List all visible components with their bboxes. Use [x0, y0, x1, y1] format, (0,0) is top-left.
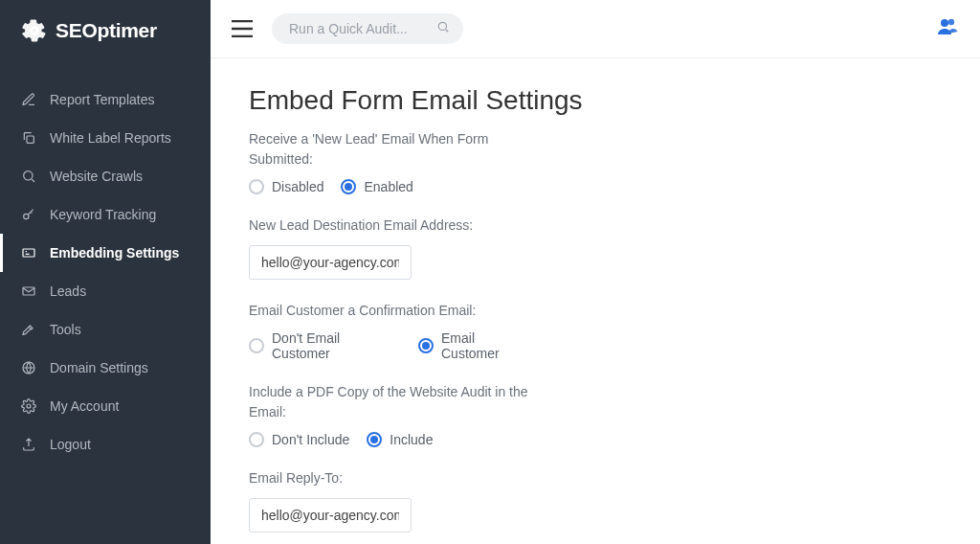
destination-email-input[interactable] — [249, 245, 412, 280]
globe-icon — [21, 360, 36, 375]
svg-point-2 — [24, 214, 29, 218]
sidebar-item-white-label[interactable]: White Label Reports — [0, 119, 211, 157]
radio-pdf-yes[interactable]: Include — [367, 432, 433, 447]
users-icon[interactable] — [936, 15, 959, 42]
field-label: New Lead Destination Email Address: — [249, 215, 536, 236]
sidebar-item-logout[interactable]: Logout — [0, 425, 211, 464]
search-wrap — [272, 13, 463, 44]
embed-icon — [21, 245, 36, 261]
edit-icon — [21, 92, 36, 107]
field-label: Email Customer a Confirmation Email: — [249, 301, 536, 321]
radio-confirm-no[interactable]: Don't Email Customer — [249, 330, 401, 361]
sidebar-item-label: Domain Settings — [50, 360, 148, 375]
settings-icon — [21, 398, 36, 414]
sidebar-item-label: Tools — [50, 322, 81, 337]
hammer-icon — [21, 322, 36, 337]
brand-logo[interactable]: SEOptimer — [0, 0, 211, 54]
copy-icon — [21, 130, 36, 146]
page-title: Embed Form Email Settings — [249, 85, 942, 116]
sidebar-item-tools[interactable]: Tools — [0, 310, 211, 349]
radio-icon — [341, 179, 356, 194]
sidebar-item-label: Keyword Tracking — [50, 207, 156, 222]
radio-new-lead-enabled[interactable]: Enabled — [341, 179, 412, 194]
svg-point-8 — [941, 19, 948, 27]
sidebar-item-website-crawls[interactable]: Website Crawls — [0, 157, 211, 195]
topbar — [211, 0, 980, 58]
gear-icon — [21, 17, 48, 44]
radio-label: Enabled — [364, 179, 412, 194]
radio-label: Don't Email Customer — [272, 330, 401, 361]
radio-icon — [367, 432, 382, 447]
field-label: Email Reply-To: — [249, 468, 536, 488]
radio-icon — [418, 338, 434, 353]
svg-point-1 — [24, 171, 33, 180]
menu-toggle[interactable] — [232, 20, 253, 37]
radio-pdf-no[interactable]: Don't Include — [249, 432, 349, 447]
field-reply-to: Email Reply-To: — [249, 468, 536, 533]
search-icon — [436, 20, 450, 37]
radio-icon — [249, 432, 264, 447]
reply-to-input[interactable] — [249, 498, 412, 533]
sidebar-item-leads[interactable]: Leads — [0, 272, 211, 310]
key-icon — [21, 207, 36, 222]
radio-label: Disabled — [272, 179, 323, 194]
sidebar-item-label: Logout — [50, 437, 91, 452]
radio-label: Email Customer — [441, 330, 536, 361]
sidebar-item-domain-settings[interactable]: Domain Settings — [0, 349, 211, 387]
sidebar-item-label: My Account — [50, 398, 119, 414]
radio-new-lead-disabled[interactable]: Disabled — [249, 179, 323, 194]
field-destination-email: New Lead Destination Email Address: — [249, 215, 536, 280]
sidebar-item-report-templates[interactable]: Report Templates — [0, 80, 211, 119]
sidebar-item-label: Leads — [50, 283, 86, 299]
magnify-icon — [21, 169, 36, 184]
field-label: Receive a 'New Lead' Email When Form Sub… — [249, 129, 536, 170]
nav: Report Templates White Label Reports Web… — [0, 80, 211, 464]
radio-label: Don't Include — [272, 432, 349, 447]
radio-confirm-yes[interactable]: Email Customer — [418, 330, 536, 361]
field-confirmation-email: Email Customer a Confirmation Email: Don… — [249, 301, 536, 361]
sidebar-item-my-account[interactable]: My Account — [0, 387, 211, 425]
sidebar-item-label: White Label Reports — [50, 130, 171, 146]
svg-rect-3 — [23, 249, 34, 257]
sidebar: SEOptimer Report Templates White Label R… — [0, 0, 211, 544]
svg-point-7 — [438, 22, 446, 30]
brand-name: SEOptimer — [56, 19, 157, 42]
sidebar-item-keyword-tracking[interactable]: Keyword Tracking — [0, 195, 211, 234]
svg-rect-0 — [27, 136, 33, 143]
sidebar-item-label: Website Crawls — [50, 169, 143, 184]
field-label: Include a PDF Copy of the Website Audit … — [249, 382, 536, 422]
main: Embed Form Email Settings Receive a 'New… — [211, 0, 980, 544]
svg-point-9 — [948, 19, 954, 25]
content: Embed Form Email Settings Receive a 'New… — [211, 58, 980, 544]
radio-icon — [249, 179, 264, 194]
sidebar-item-embedding-settings[interactable]: Embedding Settings — [0, 234, 211, 272]
sidebar-item-label: Report Templates — [50, 92, 154, 107]
svg-point-6 — [27, 404, 31, 408]
search-input[interactable] — [272, 13, 463, 44]
upload-icon — [21, 437, 36, 452]
sidebar-item-label: Embedding Settings — [50, 245, 179, 261]
radio-label: Include — [390, 432, 433, 447]
radio-icon — [249, 338, 264, 353]
mail-icon — [21, 283, 36, 299]
field-include-pdf: Include a PDF Copy of the Website Audit … — [249, 382, 536, 447]
field-new-lead-email: Receive a 'New Lead' Email When Form Sub… — [249, 129, 536, 194]
